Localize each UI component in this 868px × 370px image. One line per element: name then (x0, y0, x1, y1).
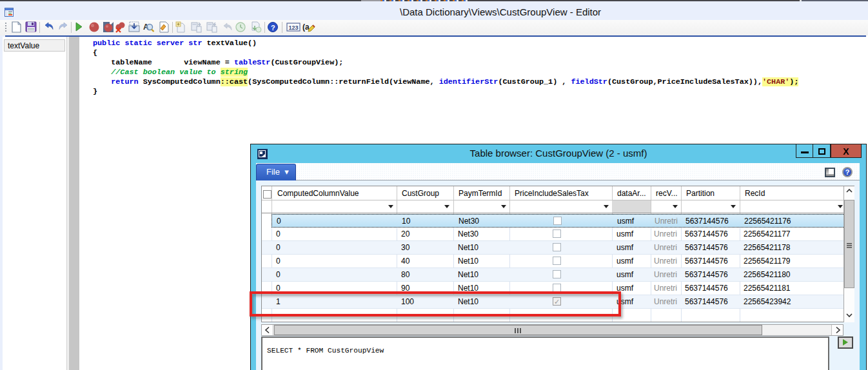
svg-text:?: ? (271, 24, 275, 32)
svg-text:123: 123 (289, 24, 299, 31)
